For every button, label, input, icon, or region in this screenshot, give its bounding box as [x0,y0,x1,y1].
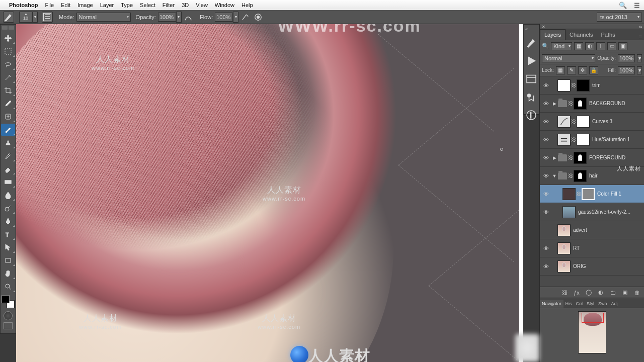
history-brush-tool-icon[interactable] [1,150,15,162]
fill-input[interactable]: 100% [618,66,635,74]
add-mask-icon[interactable]: ◯ [585,289,593,297]
menu-layer[interactable]: Layer [100,2,114,8]
menu-filter[interactable]: Filter [163,2,175,8]
layers-list[interactable]: 👁 ⛓ trim 👁 ▶ ⛓ BACKGROUND 👁 ⛓ Curves 3 👁 [540,76,644,287]
delete-layer-icon[interactable]: 🗑 [633,289,641,297]
new-group-icon[interactable]: 🗀 [609,289,617,297]
blend-mode-select[interactable]: Normal [76,13,131,22]
layer-mask-thumb[interactable] [577,116,590,128]
mask-link-icon[interactable]: ⛓ [571,137,576,142]
navigator-body[interactable] [540,308,644,362]
tab-swatches[interactable]: Swa [596,300,609,308]
layer-name[interactable]: RT [573,245,643,251]
menu-image[interactable]: Image [77,2,93,8]
lock-transparency-icon[interactable]: ▦ [556,66,565,74]
pressure-size-icon[interactable] [253,12,264,23]
filter-shape-icon[interactable]: ▭ [607,42,616,50]
opacity-input[interactable]: 100% [158,13,176,22]
visibility-toggle-icon[interactable]: 👁 [541,99,551,109]
filter-smart-icon[interactable]: ▣ [618,42,627,50]
layer-row[interactable]: 👁 ⛓ trim [540,76,644,95]
blur-tool-icon[interactable] [1,189,15,201]
layer-opacity-input[interactable]: 100% [618,54,635,62]
eraser-tool-icon[interactable] [1,163,15,175]
workspace-switcher[interactable]: ts oct 2013 [597,13,642,22]
mask-link-icon[interactable]: ⛓ [568,101,573,106]
layer-mask-thumb[interactable] [574,98,587,110]
hand-tool-icon[interactable] [1,267,15,280]
move-tool-icon[interactable] [1,32,15,44]
mask-link-icon[interactable]: ⛓ [571,82,576,88]
group-disclose-icon[interactable]: ▶ [552,101,557,106]
filter-pixel-icon[interactable]: ▦ [574,42,583,50]
info-panel-icon[interactable]: i [525,109,537,121]
layer-row[interactable]: 👁 ⛓ Color Fill 1 [540,185,644,203]
visibility-toggle-icon[interactable]: 👁 [541,243,551,253]
layer-opacity-dropdown[interactable]: ▾ [637,54,642,62]
visibility-toggle-icon[interactable]: 👁 [541,153,551,163]
layer-name[interactable]: FOREGROUND [589,155,643,160]
menu-edit[interactable]: Edit [61,2,70,8]
type-tool-icon[interactable]: T [1,228,15,240]
layer-name[interactable]: hair [589,173,643,178]
filter-search-icon[interactable]: 🔍 [542,43,549,49]
dodge-tool-icon[interactable] [1,202,15,214]
menu-view[interactable]: View [196,2,208,8]
layer-mask-thumb[interactable] [574,170,587,182]
airbrush-icon[interactable] [239,12,251,23]
layer-name[interactable]: gauss12invert-ovrly-2... [578,209,643,215]
app-menu[interactable]: Photoshop [9,2,38,8]
mask-link-icon[interactable]: ⛓ [571,119,576,124]
layer-name[interactable]: Color Fill 1 [597,191,643,197]
marquee-tool-icon[interactable] [1,45,15,57]
tab-styles[interactable]: Styl [585,300,596,308]
layer-row[interactable]: 👁 ORIG [540,257,644,276]
layer-thumb[interactable] [557,224,571,236]
fill-dropdown[interactable]: ▾ [637,66,642,74]
visibility-toggle-icon[interactable] [541,225,551,235]
tab-adjustments[interactable]: Adj [609,300,620,308]
magic-wand-tool-icon[interactable] [1,71,15,83]
character-panel-icon[interactable] [525,73,537,85]
toolbox-grip[interactable] [1,26,16,32]
screen-mode-icon[interactable] [4,322,13,329]
quick-mask-icon[interactable] [4,311,13,320]
group-disclose-icon[interactable]: ▶ [552,155,557,160]
tab-history[interactable]: His [564,300,574,308]
layer-thumb[interactable] [557,242,571,254]
tab-color[interactable]: Col [574,300,585,308]
layer-row[interactable]: 👁 ⛓ Curves 3 [540,113,644,131]
lock-position-icon[interactable]: ✥ [578,66,587,74]
layer-style-icon[interactable]: ƒx [573,289,581,297]
clone-source-panel-icon[interactable] [525,91,537,103]
tab-paths[interactable]: Paths [597,30,619,40]
visibility-toggle-icon[interactable]: 👁 [541,171,551,181]
layer-name[interactable]: BACKGROUND [589,101,643,106]
layer-thumb[interactable] [557,260,571,273]
visibility-toggle-icon[interactable]: 👁 [541,117,551,127]
layer-name[interactable]: trim [592,82,643,88]
menu-file[interactable]: File [45,2,54,8]
brush-preset-dropdown[interactable]: ▾ [32,12,38,23]
foreground-background-colors[interactable] [2,295,15,308]
mask-link-icon[interactable]: ⛓ [568,155,573,160]
pen-tool-icon[interactable] [1,215,15,227]
mask-link-icon[interactable]: ⛓ [576,191,581,197]
layer-mask-thumb[interactable] [577,134,590,146]
layer-row[interactable]: advert [540,221,644,239]
layer-row[interactable]: 👁 ▶ ⛓ BACKGROUND [540,95,644,113]
menu-list-icon[interactable]: ☰ [634,2,640,9]
layer-row[interactable]: 👁 gauss12invert-ovrly-2... [540,203,644,221]
layer-mask-thumb[interactable] [574,152,587,164]
layer-row[interactable]: 👁 ▶ ⛓ FOREGROUND [540,149,644,167]
clone-stamp-tool-icon[interactable] [1,137,15,149]
filter-kind-select[interactable]: Kind [551,42,572,50]
lock-pixels-icon[interactable]: ✎ [567,66,576,74]
document-canvas[interactable]: WWW.rr-sc.com 人人素材 www.rr-sc.com 人人素材 ww… [16,24,523,362]
healing-brush-tool-icon[interactable] [1,111,15,123]
pressure-opacity-icon[interactable] [183,12,194,23]
layer-row[interactable]: 👁 ⛓ Hue/Saturation 1 [540,131,644,149]
layer-name[interactable]: advert [573,227,643,233]
tab-navigator[interactable]: Navigator [540,300,564,308]
crop-tool-icon[interactable] [1,84,15,97]
